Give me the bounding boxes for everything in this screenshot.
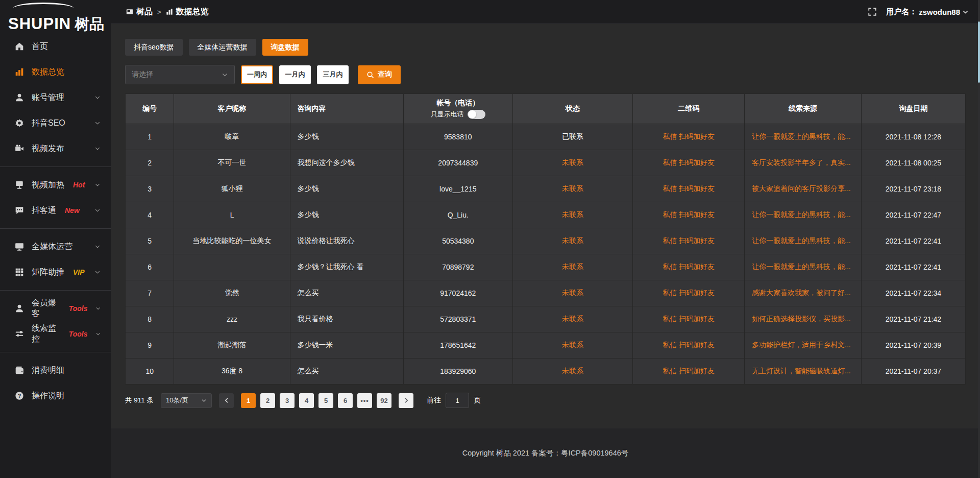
- cell-qr: 私信 扫码加好友: [633, 332, 745, 358]
- fullscreen-icon[interactable]: [868, 7, 877, 16]
- cell-content: 怎么买: [290, 280, 403, 306]
- page-button[interactable]: 6: [338, 393, 353, 408]
- cell-account: 70898792: [403, 254, 512, 280]
- sidebar-item-doukertong[interactable]: 抖客通 New: [0, 198, 111, 223]
- monitor-icon: [15, 242, 24, 251]
- table-row: 7 觉然 怎么买 917024162 未联系 私信 扫码加好友 感谢大家喜欢我家…: [126, 280, 966, 306]
- sidebar-item-lead-monitor[interactable]: 线索监控 Tools: [0, 321, 111, 347]
- qr-links[interactable]: 私信 扫码加好友: [663, 289, 715, 297]
- cell-content: 说说价格让我死心: [290, 228, 403, 254]
- sidebar-item-home[interactable]: 首页: [0, 34, 111, 59]
- breadcrumb-root[interactable]: 树品: [126, 7, 153, 17]
- wallet-icon: [15, 366, 24, 375]
- sidebar-item-account[interactable]: 账号管理: [0, 85, 111, 110]
- source-link[interactable]: 让你一眼就爱上的黑科技，能...: [752, 262, 851, 271]
- range-week-button[interactable]: 一周内: [241, 65, 273, 84]
- menu-divider: [0, 352, 111, 352]
- chevron-down-icon: [94, 269, 101, 275]
- source-link[interactable]: 多功能护栏灯，适用于乡村文...: [752, 341, 851, 349]
- pagination: 共 911 条 10条/页 1 2 3 4 5 6 •••: [125, 393, 966, 408]
- source-link[interactable]: 无主灯设计，智能磁吸轨道灯...: [752, 367, 851, 375]
- cell-account: 917024162: [403, 280, 512, 306]
- cell-status: 未联系: [512, 280, 632, 306]
- sidebar-item-douyin-seo[interactable]: 抖音SEO: [0, 110, 111, 136]
- scrollbar-thumb[interactable]: [978, 21, 980, 83]
- source-link[interactable]: 让你一眼就爱上的黑科技，能...: [752, 236, 851, 245]
- goto-page-input[interactable]: [446, 393, 469, 408]
- phone-toggle-label: 只显示电话: [431, 110, 464, 118]
- tab-inquiry-data[interactable]: 询盘数据: [262, 39, 308, 56]
- qr-links[interactable]: 私信 扫码加好友: [663, 210, 715, 219]
- status-badge: 未联系: [562, 158, 583, 166]
- source-link[interactable]: 让你一眼就爱上的黑科技，能...: [752, 210, 851, 219]
- cell-no: 10: [126, 358, 174, 385]
- scrollbar[interactable]: [978, 0, 980, 478]
- sidebar-item-video-heat[interactable]: 视频加热 Hot: [0, 172, 111, 198]
- page-button[interactable]: 1: [241, 393, 256, 408]
- source-link[interactable]: 如何正确选择投影仪，买投影...: [752, 315, 851, 323]
- status-badge: 未联系: [562, 289, 583, 297]
- qr-links[interactable]: 私信 扫码加好友: [663, 236, 715, 245]
- next-page-button[interactable]: [399, 393, 413, 408]
- range-month-button[interactable]: 一月内: [279, 65, 311, 84]
- sidebar-item-video-publish[interactable]: 视频发布: [0, 136, 111, 161]
- page-button[interactable]: 3: [280, 393, 295, 408]
- qr-links[interactable]: 私信 扫码加好友: [663, 184, 715, 193]
- chevron-down-icon: [95, 331, 101, 337]
- cell-source: 让你一眼就爱上的黑科技，能...: [745, 124, 862, 150]
- page-size-select[interactable]: 10条/页: [161, 393, 212, 408]
- col-content: 咨询内容: [290, 94, 403, 124]
- sidebar-item-help[interactable]: ? 操作说明: [0, 383, 111, 409]
- qr-links[interactable]: 私信 扫码加好友: [663, 315, 715, 323]
- cell-no: 8: [126, 306, 174, 332]
- qr-links[interactable]: 私信 扫码加好友: [663, 158, 715, 166]
- prev-page-button[interactable]: [219, 393, 234, 408]
- page-button[interactable]: •••: [357, 393, 372, 408]
- sidebar-item-data-overview[interactable]: 数据总览: [0, 59, 111, 85]
- source-link[interactable]: 让你一眼就爱上的黑科技，能...: [752, 132, 851, 140]
- user-menu[interactable]: 用户名： zswodun88: [886, 7, 969, 17]
- tab-douyin-seo-data[interactable]: 抖音seo数据: [125, 39, 183, 56]
- breadcrumb-separator: >: [157, 8, 161, 16]
- sidebar-item-matrix-boost[interactable]: 矩阵助推 VIP: [0, 259, 111, 285]
- source-link[interactable]: 被大家追着问的客厅投影分享...: [752, 184, 851, 193]
- cell-no: 7: [126, 280, 174, 306]
- chevron-down-icon: [94, 94, 101, 101]
- cell-source: 无主灯设计，智能磁吸轨道灯...: [745, 358, 862, 385]
- filter-select[interactable]: 请选择: [125, 65, 235, 84]
- table-row: 3 狐小狸 多少钱 love__1215 未联系 私信 扫码加好友 被大家追着问…: [126, 176, 966, 202]
- page-button[interactable]: 2: [260, 393, 275, 408]
- qr-links[interactable]: 私信 扫码加好友: [663, 262, 715, 271]
- page-button[interactable]: 5: [318, 393, 333, 408]
- goto-label: 前往: [427, 396, 441, 405]
- source-link[interactable]: 客厅安装投影半年多了，真实...: [752, 158, 851, 166]
- cell-source: 感谢大家喜欢我家，被问了好...: [745, 280, 862, 306]
- col-date: 询盘日期: [861, 94, 965, 124]
- qr-links[interactable]: 私信 扫码加好友: [663, 341, 715, 349]
- cell-no: 2: [126, 150, 174, 176]
- range-quarter-button[interactable]: 三月内: [317, 65, 349, 84]
- phone-only-toggle[interactable]: [468, 110, 485, 119]
- chevron-down-icon: [201, 398, 207, 403]
- page-button[interactable]: 4: [299, 393, 314, 408]
- cell-account: 183929060: [403, 358, 512, 385]
- qr-links[interactable]: 私信 扫码加好友: [663, 132, 715, 140]
- qr-links[interactable]: 私信 扫码加好友: [663, 367, 715, 375]
- cell-qr: 私信 扫码加好友: [633, 358, 745, 385]
- cell-nickname: 潮起潮落: [174, 332, 290, 358]
- tab-media-operation-data[interactable]: 全媒体运营数据: [189, 39, 256, 56]
- cell-status: 未联系: [512, 176, 632, 202]
- source-link[interactable]: 感谢大家喜欢我家，被问了好...: [752, 289, 851, 297]
- page-button[interactable]: 92: [377, 393, 391, 408]
- sidebar-item-member-baoke[interactable]: 会员爆客 Tools: [0, 296, 111, 321]
- search-button[interactable]: 查询: [358, 65, 401, 84]
- sidebar-item-media-operation[interactable]: 全媒体运营: [0, 234, 111, 259]
- cell-date: 2021-11-07 22:47: [861, 202, 965, 228]
- breadcrumb-current[interactable]: 数据总览: [166, 7, 209, 17]
- copyright-text: Copyright 树品 2021 备案号：粤ICP备09019646号: [462, 448, 629, 458]
- sidebar-item-expense-detail[interactable]: 消费明细: [0, 357, 111, 383]
- cell-account: love__1215: [403, 176, 512, 202]
- person-icon: [15, 304, 24, 313]
- cell-content: 我只看价格: [290, 306, 403, 332]
- username: zswodun88: [919, 8, 960, 16]
